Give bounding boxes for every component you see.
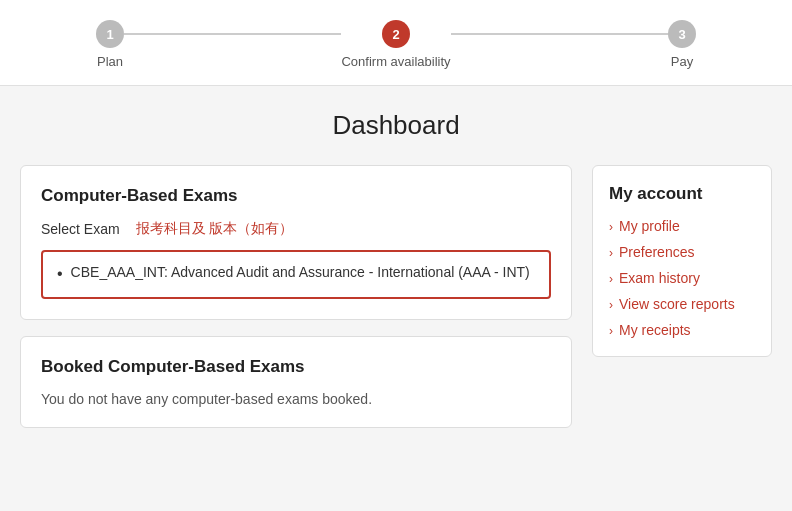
chevron-icon-4: › <box>609 324 613 338</box>
my-account-card: My account › My profile › Preferences › … <box>592 165 772 357</box>
chevron-icon-3: › <box>609 298 613 312</box>
stepper-container: 1 Plan 2 Confirm availability 3 Pay <box>0 0 792 86</box>
booked-exams-empty-message: You do not have any computer-based exams… <box>41 391 551 407</box>
account-link-item-3: › View score reports <box>609 296 755 312</box>
account-link-item-1: › Preferences <box>609 244 755 260</box>
step-1-label: Plan <box>97 54 123 69</box>
preferences-link[interactable]: Preferences <box>619 244 694 260</box>
view-score-reports-link[interactable]: View score reports <box>619 296 735 312</box>
chevron-icon-0: › <box>609 220 613 234</box>
booked-exams-title: Booked Computer-Based Exams <box>41 357 551 377</box>
step-2: 2 Confirm availability <box>341 20 450 69</box>
account-link-item-0: › My profile <box>609 218 755 234</box>
exam-item-text: CBE_AAA_INT: Advanced Audit and Assuranc… <box>71 264 530 280</box>
account-links-list: › My profile › Preferences › Exam histor… <box>609 218 755 338</box>
page-title: Dashboard <box>20 110 772 141</box>
account-link-item-4: › My receipts <box>609 322 755 338</box>
step-1-circle: 1 <box>96 20 124 48</box>
computer-based-exams-card: Computer-Based Exams Select Exam 报考科目及 版… <box>20 165 572 320</box>
step-1: 1 Plan <box>96 20 124 69</box>
my-account-title: My account <box>609 184 755 204</box>
select-exam-hint: 报考科目及 版本（如有） <box>136 220 294 238</box>
booked-exams-card: Booked Computer-Based Exams You do not h… <box>20 336 572 428</box>
left-column: Computer-Based Exams Select Exam 报考科目及 版… <box>20 165 572 428</box>
stepper: 1 Plan 2 Confirm availability 3 Pay <box>96 20 696 69</box>
step-3-label: Pay <box>671 54 693 69</box>
step-line-2 <box>451 33 668 35</box>
my-receipts-link[interactable]: My receipts <box>619 322 691 338</box>
my-profile-link[interactable]: My profile <box>619 218 680 234</box>
account-link-item-2: › Exam history <box>609 270 755 286</box>
chevron-icon-1: › <box>609 246 613 260</box>
step-3-circle: 3 <box>668 20 696 48</box>
exam-list: CBE_AAA_INT: Advanced Audit and Assuranc… <box>41 250 551 299</box>
cbe-card-title: Computer-Based Exams <box>41 186 551 206</box>
select-exam-header: Select Exam 报考科目及 版本（如有） <box>41 220 551 238</box>
step-3: 3 Pay <box>668 20 696 69</box>
exam-history-link[interactable]: Exam history <box>619 270 700 286</box>
step-2-circle: 2 <box>382 20 410 48</box>
right-column: My account › My profile › Preferences › … <box>592 165 772 357</box>
step-line-1 <box>124 33 341 35</box>
select-exam-label: Select Exam <box>41 221 120 237</box>
page-content: Dashboard Computer-Based Exams Select Ex… <box>0 86 792 452</box>
exam-list-item[interactable]: CBE_AAA_INT: Advanced Audit and Assuranc… <box>57 264 535 285</box>
chevron-icon-2: › <box>609 272 613 286</box>
main-layout: Computer-Based Exams Select Exam 报考科目及 版… <box>20 165 772 428</box>
step-2-label: Confirm availability <box>341 54 450 69</box>
